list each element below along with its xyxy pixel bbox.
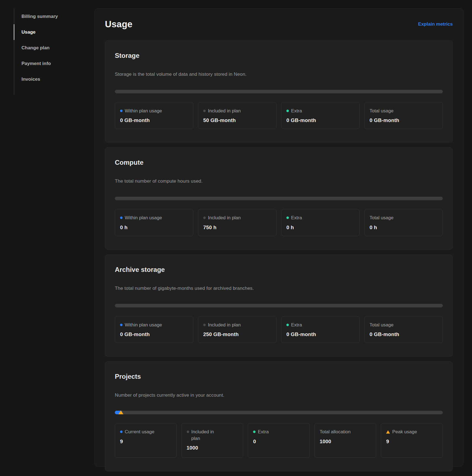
projects-section-description: Number of projects currently active in y… [115, 393, 443, 398]
stat-card-label-text: Total usage [370, 108, 394, 114]
compute-stat-cards: Within plan usage 0 h Included in plan 7… [115, 209, 443, 236]
billing-sidebar: Billing summary Usage Change plan Paymen… [0, 0, 94, 95]
stat-card-label-text: Peak usage [392, 429, 417, 435]
stat-card-label: Total usage [370, 322, 438, 328]
archive-storage-stat-cards: Within plan usage 0 GB-month Included in… [115, 316, 443, 343]
page-title: Usage [105, 19, 132, 29]
stat-card-label-text: Extra [291, 108, 302, 114]
stat-card-label: Included in plan [203, 108, 271, 114]
stat-card-label-text: Extra [291, 322, 302, 328]
stat-card-value: 0 GB-month [286, 117, 354, 123]
stat-card-label: Included in plan [203, 215, 271, 221]
within-plan-dot-icon [120, 110, 123, 112]
sidebar-item-payment-info[interactable]: Payment info [14, 56, 94, 71]
stat-card-label-text: Total allocation [320, 429, 351, 435]
stat-card-label: Total allocation [320, 429, 371, 435]
sidebar-item-invoices[interactable]: Invoices [14, 71, 94, 87]
within-plan-dot-icon [120, 324, 123, 326]
stat-card: Extra 0 GB-month [281, 316, 360, 343]
storage-section: Storage Storage is the total volume of d… [105, 40, 453, 142]
compute-section-title: Compute [115, 159, 443, 166]
archive-storage-section-title: Archive storage [115, 266, 443, 274]
stat-card-label-text: Within plan usage [125, 322, 162, 328]
stat-card-value: 1000 [187, 445, 238, 451]
stat-card-label-text: Total usage [370, 215, 394, 221]
stat-card-label-text: Extra [291, 215, 302, 221]
stat-card-value: 0 [253, 439, 305, 445]
stat-card: Extra 0 h [281, 209, 360, 236]
usage-panel: Usage Explain metrics Storage Storage is… [94, 8, 463, 467]
stat-card-value: 0 GB-month [286, 331, 354, 337]
stat-card: Total usage 0 GB-month [364, 316, 443, 343]
included-plan-dot-icon [203, 324, 206, 326]
extra-dot-icon [286, 217, 289, 219]
storage-progress-bar [115, 90, 443, 93]
storage-stat-cards: Within plan usage 0 GB-month Included in… [115, 102, 443, 129]
sidebar-item-billing-summary[interactable]: Billing summary [14, 9, 94, 24]
stat-card-label: Included in plan [203, 322, 271, 328]
stat-card-value: 750 h [203, 225, 271, 231]
archive-storage-progress-bar [115, 304, 443, 307]
stat-card-label: Extra [286, 215, 354, 221]
stat-card-value: 0 GB-month [120, 117, 188, 123]
compute-section-description: The total number of compute hours used. [115, 178, 443, 184]
usage-panel-header: Usage Explain metrics [105, 19, 453, 29]
sidebar-item-change-plan[interactable]: Change plan [14, 40, 94, 56]
projects-progress-bar [115, 411, 443, 414]
stat-card-value: 250 GB-month [203, 331, 271, 337]
projects-section-title: Projects [115, 373, 443, 380]
stat-card: Total allocation 1000 [314, 423, 376, 458]
extra-dot-icon [286, 110, 289, 112]
archive-storage-section-description: The total number of gigabyte-months used… [115, 286, 443, 291]
stat-card: Total usage 0 GB-month [364, 102, 443, 129]
extra-dot-icon [253, 431, 256, 433]
stat-card-label-text: Current usage [125, 429, 154, 435]
stat-card: Within plan usage 0 GB-month [115, 102, 193, 129]
stat-card-label: Current usage [120, 429, 172, 435]
storage-section-description: Storage is the total volume of data and … [115, 72, 443, 77]
compute-section: Compute The total number of compute hour… [105, 147, 453, 249]
stat-card-value: 0 h [120, 225, 188, 231]
peak-usage-triangle-icon [386, 430, 390, 434]
stat-card-value: 0 h [370, 225, 438, 231]
stat-card-label: Extra [253, 429, 305, 435]
stat-card: Included in plan 250 GB-month [198, 316, 276, 343]
stat-card-label: Total usage [370, 108, 438, 114]
extra-dot-icon [286, 324, 289, 326]
stat-card: Included in plan 750 h [198, 209, 276, 236]
archive-storage-section: Archive storage The total number of giga… [105, 255, 453, 356]
stat-card-label-text: Extra [258, 429, 269, 435]
included-plan-dot-icon [203, 217, 206, 219]
stat-card: Extra 0 [248, 423, 310, 458]
stat-card: Within plan usage 0 h [115, 209, 193, 236]
projects-stat-cards: Current usage 9 Included in plan 1000 Ex… [115, 423, 443, 458]
stat-card-label: Extra [286, 108, 354, 114]
current-usage-dot-icon [120, 431, 123, 433]
within-plan-dot-icon [120, 217, 123, 219]
stat-card-value: 0 GB-month [370, 331, 438, 337]
sidebar-item-usage[interactable]: Usage [14, 24, 94, 40]
stat-card-label: Within plan usage [120, 215, 188, 221]
stat-card-value: 9 [386, 439, 438, 445]
projects-section: Projects Number of projects currently ac… [105, 361, 453, 471]
stat-card-value: 50 GB-month [203, 117, 271, 123]
stat-card-value: 1000 [320, 439, 371, 445]
billing-nav: Billing summary Usage Change plan Paymen… [14, 9, 94, 95]
stat-card-label: Total usage [370, 215, 438, 221]
stat-card-label: Extra [286, 322, 354, 328]
stat-card-value: 0 GB-month [120, 331, 188, 337]
stat-card: Total usage 0 h [364, 209, 443, 236]
stat-card-label-text: Included in plan [191, 429, 222, 442]
peak-usage-marker-icon [118, 410, 123, 414]
stat-card-label: Within plan usage [120, 108, 188, 114]
storage-section-title: Storage [115, 52, 443, 60]
compute-progress-bar [115, 197, 443, 200]
stat-card-value: 0 GB-month [370, 117, 438, 123]
explain-metrics-link[interactable]: Explain metrics [418, 21, 453, 27]
stat-card-label-text: Included in plan [208, 215, 241, 221]
stat-card-label-text: Included in plan [208, 322, 241, 328]
stat-card-label: Included in plan [187, 429, 238, 442]
included-plan-dot-icon [203, 110, 206, 112]
stat-card-label-text: Total usage [370, 322, 394, 328]
stat-card: Included in plan 1000 [181, 423, 243, 458]
